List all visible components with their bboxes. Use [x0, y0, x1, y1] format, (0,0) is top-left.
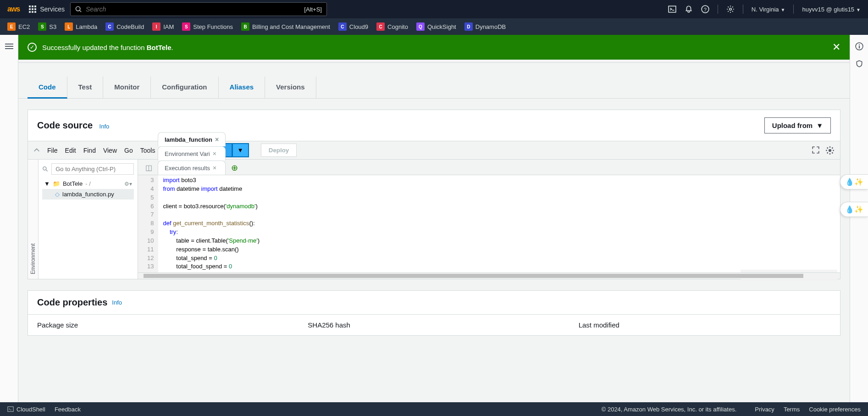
tab-aliases[interactable]: Aliases — [219, 77, 265, 98]
left-rail — [0, 35, 18, 402]
service-icon: I — [152, 22, 160, 31]
gear-icon[interactable] — [726, 5, 735, 13]
close-icon[interactable]: × — [213, 150, 216, 157]
tree-file[interactable]: ◇ lambda_function.py — [42, 189, 134, 200]
divider — [793, 5, 794, 14]
svg-point-7 — [43, 166, 46, 170]
services-button[interactable]: Services — [29, 6, 65, 13]
drop-icon: 💧✨ — [845, 178, 863, 186]
menu-find[interactable]: Find — [83, 147, 96, 154]
environment-tab[interactable]: Environment — [28, 160, 39, 279]
service-item-s3[interactable]: SS3 — [38, 22, 56, 31]
shield-icon[interactable] — [855, 60, 863, 68]
service-icon: S — [182, 22, 190, 31]
info-link[interactable]: Info — [100, 123, 110, 130]
tab-versions[interactable]: Versions — [265, 77, 316, 98]
caret-down-icon: ▼ — [44, 180, 50, 187]
code-properties-title: Code properties — [37, 297, 107, 308]
service-icon: C — [105, 22, 114, 31]
close-icon[interactable]: × — [215, 136, 219, 143]
region-selector[interactable]: N. Virginia▼ — [752, 6, 785, 13]
search-icon — [75, 6, 82, 13]
bell-icon[interactable] — [685, 5, 693, 13]
tab-monitor[interactable]: Monitor — [103, 77, 151, 98]
tab-test[interactable]: Test — [67, 77, 104, 98]
service-item-quicksight[interactable]: QQuickSight — [416, 22, 456, 31]
ide-editor: ◫ lambda_function×Environment Vari×Execu… — [138, 160, 840, 279]
service-item-ec2[interactable]: EEC2 — [7, 22, 30, 31]
search-input[interactable] — [86, 6, 304, 13]
file-icon: ◇ — [55, 191, 60, 198]
service-icon: S — [38, 22, 46, 31]
file-tree: ▼ 📁 BotTele - / ⚙▾ ◇ lambda_function.py — [39, 160, 138, 279]
codewhisperer-badge[interactable]: 💧✨ — [840, 174, 868, 189]
search-box[interactable]: [Alt+S] — [70, 2, 327, 16]
caret-down-icon: ▼ — [816, 122, 823, 129]
properties-row: Package sizeSHA256 hashLast modified — [28, 314, 840, 335]
service-item-billing-and-cost-management[interactable]: BBilling and Cost Management — [241, 22, 330, 31]
drop-icon: 💧✨ — [845, 205, 863, 213]
search-shortcut: [Alt+S] — [304, 6, 322, 13]
account-menu[interactable]: huyvv15 @ glutis15▼ — [802, 6, 861, 13]
info-icon[interactable] — [855, 42, 863, 50]
ide-sidebar: Environment ▼ 📁 BotTele - / — [28, 160, 138, 279]
menu-file[interactable]: File — [47, 147, 58, 154]
hamburger-icon[interactable] — [5, 42, 13, 50]
gear-icon[interactable]: ⚙▾ — [124, 181, 132, 187]
service-item-cloud9[interactable]: CCloud9 — [338, 22, 368, 31]
menu-tools[interactable]: Tools — [140, 147, 155, 154]
content-area: ✓ Successfully updated the function BotT… — [18, 35, 850, 402]
editor-tab[interactable]: Execution results× — [158, 161, 226, 175]
service-item-iam[interactable]: IIAM — [152, 22, 174, 31]
editor-tab[interactable]: lambda_function× — [158, 132, 226, 146]
service-item-cognito[interactable]: CCognito — [376, 22, 408, 31]
property-label: Package size — [28, 315, 299, 335]
service-bar: EEC2SS3LLambdaCCodeBuildIIAMSStep Functi… — [0, 18, 868, 35]
service-item-dynamodb[interactable]: DDynamoDB — [464, 22, 506, 31]
service-icon: C — [376, 22, 385, 31]
menu-view[interactable]: View — [103, 147, 117, 154]
fullscreen-icon[interactable] — [812, 146, 820, 154]
horizontal-scrollbar[interactable] — [138, 272, 840, 279]
service-item-lambda[interactable]: LLambda — [65, 22, 97, 31]
check-circle-icon: ✓ — [28, 43, 37, 52]
deploy-button: Deploy — [261, 144, 297, 157]
close-icon[interactable]: ✕ — [832, 41, 840, 53]
tree-folder[interactable]: ▼ 📁 BotTele - / ⚙▾ — [42, 178, 134, 189]
ide-toolbar: FileEditFindViewGoToolsWindow Test ▼ Dep… — [28, 141, 840, 160]
success-text: Successfully updated the function BotTel… — [42, 44, 173, 51]
tab-configuration[interactable]: Configuration — [151, 77, 218, 98]
menu-edit[interactable]: Edit — [65, 147, 76, 154]
code-lines[interactable]: import boto3from datetime import datetim… — [158, 175, 277, 272]
gear-icon[interactable] — [825, 146, 835, 155]
code-properties-panel: Code properties Info Package sizeSHA256 … — [28, 290, 840, 336]
grid-icon — [29, 6, 36, 13]
right-rail — [850, 35, 868, 402]
menu-go[interactable]: Go — [124, 147, 133, 154]
function-tabs: CodeTestMonitorConfigurationAliasesVersi… — [18, 77, 850, 99]
close-icon[interactable]: × — [213, 164, 216, 172]
cloudshell-icon[interactable] — [668, 5, 676, 13]
test-dropdown[interactable]: ▼ — [232, 143, 249, 157]
aws-logo[interactable]: aws — [7, 5, 20, 13]
code-source-title: Code source — [37, 120, 93, 130]
service-icon: Q — [416, 22, 425, 31]
upload-from-button[interactable]: Upload from ▼ — [764, 117, 831, 133]
info-link[interactable]: Info — [112, 299, 122, 306]
tab-code[interactable]: Code — [28, 77, 67, 99]
search-icon[interactable] — [42, 166, 49, 173]
codewhisperer-badge[interactable]: 💧✨ — [840, 202, 868, 217]
tab-overflow-icon[interactable]: ◫ — [142, 161, 156, 175]
editor-tabs: ◫ lambda_function×Environment Vari×Execu… — [138, 160, 840, 175]
editor-tab[interactable]: Environment Vari× — [158, 146, 226, 161]
add-tab-button[interactable]: ⊕ — [227, 161, 242, 175]
service-item-codebuild[interactable]: CCodeBuild — [105, 22, 144, 31]
service-item-step-functions[interactable]: SStep Functions — [182, 22, 233, 31]
service-icon: E — [7, 22, 16, 31]
svg-line-1 — [79, 10, 81, 12]
collapse-icon[interactable] — [33, 147, 40, 154]
help-icon[interactable]: ? — [701, 5, 709, 13]
goto-input[interactable] — [51, 163, 134, 175]
services-label: Services — [40, 6, 65, 13]
code-area[interactable]: 3456789101112131415161718 import boto3fr… — [138, 175, 840, 272]
